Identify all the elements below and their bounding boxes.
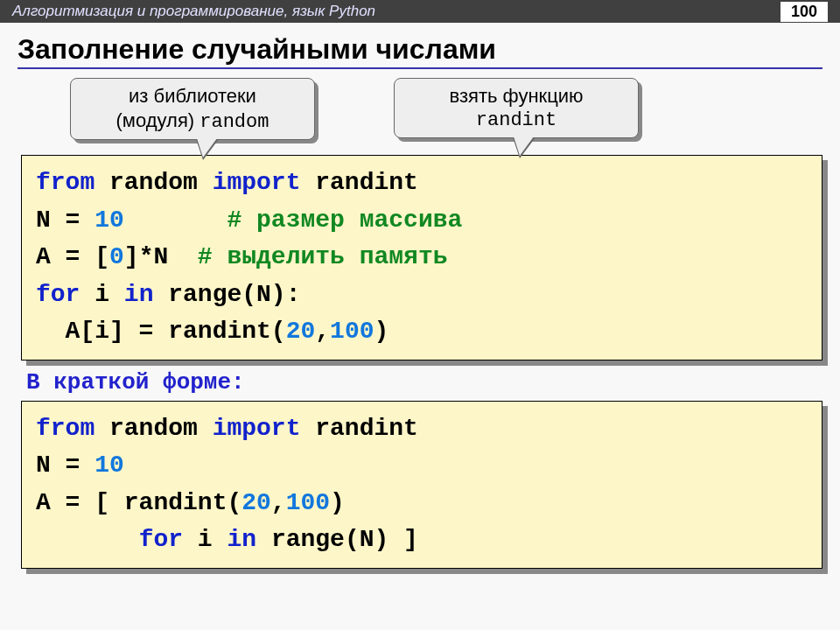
callout-line: randint (410, 108, 622, 133)
callout-line: (модуля) random (87, 108, 298, 135)
callouts-row: из библиотеки (модуля) random взять функ… (18, 74, 822, 150)
code-block-long: from random import randint N = 10 # разм… (21, 155, 822, 360)
callout-line: из библиотеки (87, 84, 298, 108)
slide-title: Заполнение случайными числами (18, 33, 822, 69)
callout-line: взять функцию (410, 84, 622, 108)
code-block-short: from random import randint N = 10 A = [ … (21, 401, 822, 569)
page-number: 100 (780, 2, 828, 22)
callout-function: взять функцию randint (394, 78, 639, 138)
slide-header: Алгоритмизация и программирование, язык … (0, 0, 840, 23)
slide-body: Заполнение случайными числами из библиот… (0, 33, 840, 569)
header-title: Алгоритмизация и программирование, язык … (12, 3, 375, 20)
subheader: В краткой форме: (26, 369, 822, 396)
callout-library: из библиотеки (модуля) random (70, 78, 315, 140)
